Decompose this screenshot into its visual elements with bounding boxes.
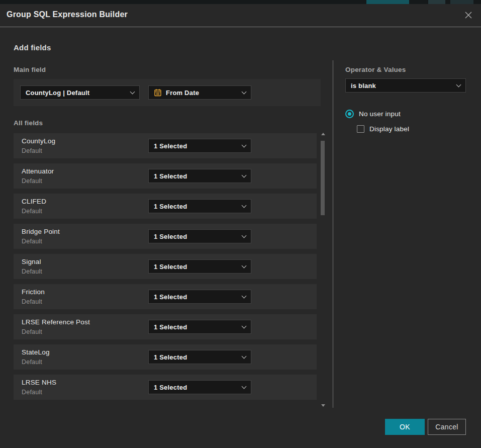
chevron-down-icon <box>242 89 247 95</box>
display-label-checkbox[interactable]: Display label <box>357 125 409 133</box>
field-alias: Default <box>22 208 42 215</box>
field-alias: Default <box>22 268 42 275</box>
chevron-down-icon <box>242 173 247 178</box>
field-values-dropdown-value: 1 Selected <box>154 203 238 210</box>
main-field-panel: CountyLog | Default From Date <box>14 79 321 106</box>
no-user-input-radio[interactable]: No user input <box>345 110 401 118</box>
field-values-dropdown[interactable]: 1 Selected <box>148 320 251 334</box>
field-alias: Default <box>22 177 42 185</box>
all-fields-label: All fields <box>14 119 43 127</box>
field-name: LRSE NHS <box>22 379 56 386</box>
field-values-dropdown-value: 1 Selected <box>154 323 238 331</box>
operator-dropdown[interactable]: is blank <box>345 78 466 93</box>
close-button[interactable] <box>463 10 474 21</box>
field-row: LRSE NHS Default 1 Selected <box>14 375 317 400</box>
cancel-button[interactable]: Cancel <box>428 419 466 435</box>
field-name: LRSE Reference Post <box>22 318 90 326</box>
screen: Group SQL Expression Builder Add fields … <box>0 0 481 448</box>
field-values-dropdown-value: 1 Selected <box>154 172 238 180</box>
field-row: Bridge Point Default 1 Selected <box>14 224 317 249</box>
chevron-down-icon <box>130 89 135 95</box>
background-app-strip <box>0 0 481 4</box>
chevron-down-icon <box>242 324 247 329</box>
field-name: Signal <box>22 258 41 265</box>
operator-values-label: Operator & Values <box>345 66 406 73</box>
operator-dropdown-value: is blank <box>351 82 453 89</box>
field-values-dropdown[interactable]: 1 Selected <box>148 139 251 153</box>
no-user-input-label: No user input <box>359 110 401 118</box>
titlebar-divider <box>0 27 481 27</box>
field-values-dropdown[interactable]: 1 Selected <box>148 229 251 243</box>
chevron-down-icon <box>242 354 247 359</box>
field-values-dropdown[interactable]: 1 Selected <box>148 290 251 304</box>
field-row: StateLog Default 1 Selected <box>14 344 317 370</box>
field-values-dropdown-value: 1 Selected <box>154 263 238 271</box>
field-alias: Default <box>22 238 42 245</box>
field-name: Attenuator <box>22 167 54 175</box>
add-fields-heading: Add fields <box>14 43 51 52</box>
ok-button[interactable]: OK <box>385 419 425 435</box>
chevron-down-icon <box>456 82 461 87</box>
chevron-down-icon <box>242 263 247 268</box>
scroll-up-icon[interactable] <box>321 133 325 135</box>
chevron-down-icon <box>242 143 247 148</box>
scroll-down-icon[interactable] <box>321 404 325 407</box>
field-name: Bridge Point <box>22 228 60 235</box>
close-icon <box>464 11 472 19</box>
background-fragment <box>366 0 409 4</box>
field-values-dropdown[interactable]: 1 Selected <box>148 380 251 394</box>
field-name: StateLog <box>22 348 50 356</box>
chevron-down-icon <box>242 294 247 299</box>
field-alias: Default <box>22 359 42 366</box>
panel-divider <box>333 60 333 408</box>
background-fragment <box>450 0 473 4</box>
field-name: CountyLog <box>22 137 55 145</box>
main-field-label: Main field <box>14 66 46 73</box>
field-row: Signal Default 1 Selected <box>14 254 317 279</box>
dialog-title: Group SQL Expression Builder <box>7 10 128 19</box>
field-row: Attenuator Default 1 Selected <box>14 163 317 189</box>
checkbox-unchecked-icon <box>357 125 364 133</box>
layer-dropdown-value: CountyLog | Default <box>26 89 127 97</box>
field-values-dropdown[interactable]: 1 Selected <box>148 199 251 213</box>
list-scrollbar[interactable] <box>320 130 326 408</box>
scrollbar-thumb[interactable] <box>321 141 325 215</box>
field-values-dropdown[interactable]: 1 Selected <box>148 259 251 274</box>
background-fragment <box>428 0 445 4</box>
field-alias: Default <box>22 389 42 396</box>
field-row: Friction Default 1 Selected <box>14 284 317 309</box>
main-field-dropdown[interactable]: From Date <box>148 85 251 100</box>
field-values-dropdown-value: 1 Selected <box>154 233 238 240</box>
field-alias: Default <box>22 328 42 335</box>
group-sql-expression-builder-dialog: Group SQL Expression Builder Add fields … <box>0 4 481 448</box>
field-row: LRSE Reference Post Default 1 Selected <box>14 314 317 339</box>
main-field-dropdown-value: From Date <box>166 89 238 97</box>
radio-selected-icon <box>345 110 354 118</box>
chevron-down-icon <box>242 233 247 238</box>
field-values-dropdown-value: 1 Selected <box>154 142 238 150</box>
dialog-titlebar: Group SQL Expression Builder <box>0 4 481 27</box>
field-values-dropdown[interactable]: 1 Selected <box>148 169 251 183</box>
calendar-icon <box>154 88 162 97</box>
chevron-down-icon <box>242 203 247 208</box>
field-name: Friction <box>22 288 45 296</box>
field-row: CLIFED Default 1 Selected <box>14 194 317 219</box>
layer-dropdown[interactable]: CountyLog | Default <box>20 85 140 100</box>
field-values-dropdown-value: 1 Selected <box>154 293 238 301</box>
all-fields-list: CountyLog Default 1 Selected Attenuator … <box>14 133 317 405</box>
field-name: CLIFED <box>22 198 46 205</box>
field-row: CountyLog Default 1 Selected <box>14 133 317 158</box>
field-values-dropdown-value: 1 Selected <box>154 384 238 391</box>
field-values-dropdown[interactable]: 1 Selected <box>148 350 251 364</box>
field-values-dropdown-value: 1 Selected <box>154 353 238 361</box>
chevron-down-icon <box>242 384 247 389</box>
field-alias: Default <box>22 147 42 154</box>
field-alias: Default <box>22 298 42 305</box>
display-label-label: Display label <box>369 125 409 133</box>
